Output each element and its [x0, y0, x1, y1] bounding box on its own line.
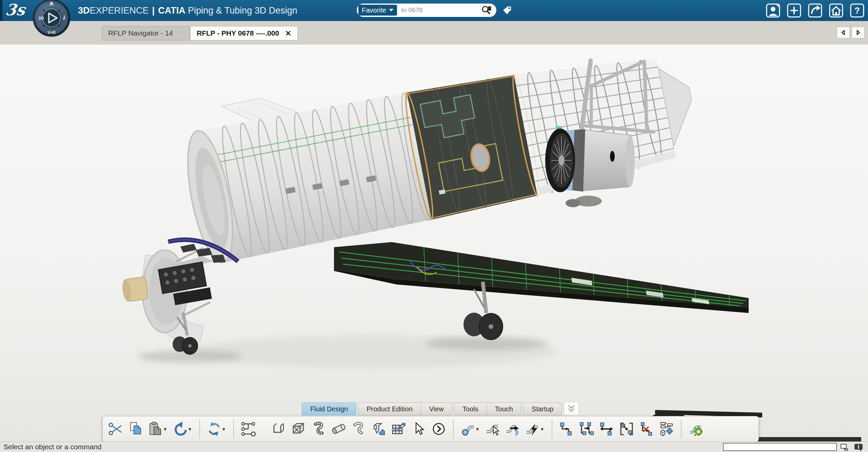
undo-icon: [172, 421, 189, 437]
help-button[interactable]: ?: [850, 3, 865, 18]
flexible-pipe-button[interactable]: [310, 419, 328, 439]
search-bar[interactable]: Favorite In 0678: [357, 3, 496, 17]
paste-button[interactable]: [147, 419, 169, 439]
copy-button[interactable]: [127, 419, 144, 439]
undo-button[interactable]: [172, 419, 194, 439]
catalog-browser-button[interactable]: [390, 419, 408, 439]
ribbon-tab-view[interactable]: View: [421, 402, 452, 415]
tab-rflp-phy-0678[interactable]: RFLP - PHY 0678 ----.000: [190, 26, 298, 40]
remove-branch-button[interactable]: [638, 419, 655, 439]
build-3d-icon: [658, 421, 675, 437]
compass-west-label[interactable]: 3D: [38, 16, 44, 21]
close-icon[interactable]: [285, 30, 291, 36]
connect-branch-button[interactable]: [578, 419, 595, 439]
toolbar-separator: [233, 419, 234, 438]
3ds-logo[interactable]: 3s: [4, 1, 26, 19]
share-button[interactable]: [808, 3, 823, 18]
info-bubble-icon[interactable]: [854, 443, 863, 451]
dropdown-arrow[interactable]: [189, 426, 193, 432]
right-wing: [334, 242, 749, 313]
select-button[interactable]: [410, 419, 428, 439]
toolbar-separator: [681, 419, 682, 438]
more-commands-icon: [431, 421, 447, 437]
route-transfer-button[interactable]: [504, 419, 521, 439]
toolbar-separator: [453, 419, 454, 438]
remove-branch-icon: [638, 421, 655, 437]
flexible-pipe-icon: [311, 421, 327, 437]
ribbon-collapse-button[interactable]: [564, 402, 579, 415]
add-button[interactable]: [787, 3, 802, 18]
profile-button[interactable]: [766, 3, 781, 18]
route-select-button[interactable]: [484, 419, 501, 439]
title-divider: |: [152, 5, 155, 16]
tab-scroll-left-button[interactable]: [837, 27, 850, 38]
window-icon[interactable]: [840, 443, 849, 451]
svg-text:?: ?: [854, 5, 860, 16]
ribbon-tab-touch[interactable]: Touch: [487, 402, 521, 415]
piping-options-button[interactable]: [687, 419, 705, 439]
ribbon-tab-bar: Fluid Design Product Edition View Tools …: [302, 402, 579, 415]
power-input-field[interactable]: [723, 443, 837, 451]
scissors-icon: [107, 421, 124, 437]
build-3d-button[interactable]: [658, 419, 675, 439]
logical-flow-button[interactable]: [239, 419, 257, 439]
magnifier-database-icon[interactable]: [481, 5, 492, 16]
duct-icon: [291, 421, 307, 437]
toolbar-separator: [199, 419, 200, 438]
nose-equipment: [121, 240, 238, 342]
dropdown-arrow[interactable]: [164, 426, 169, 432]
update-button[interactable]: [205, 419, 228, 439]
top-bar: 3s 3DEXPERIENCE|CATIA Piping & Tubing 3D…: [0, 0, 868, 21]
product-name: CATIA: [158, 5, 185, 16]
brand-light: EXPERIENCE: [90, 5, 149, 16]
question-icon: ?: [850, 3, 865, 18]
document-tab-strip: RFLP Navigator - 14 RFLP - PHY 0678 ----…: [0, 21, 868, 44]
tab-scroll-right-button[interactable]: [852, 27, 865, 38]
frame-branch-button[interactable]: [618, 419, 635, 439]
compass-south-label[interactable]: V+R: [47, 30, 56, 35]
rigid-pipe-button[interactable]: [330, 419, 348, 439]
insert-branch-button[interactable]: [558, 419, 575, 439]
home-button[interactable]: [829, 3, 844, 18]
dropdown-arrow[interactable]: [222, 426, 227, 432]
app-name: Piping & Tubing 3D Design: [188, 5, 297, 16]
route-run-button[interactable]: [459, 419, 481, 439]
search-scope-label: Favorite: [362, 6, 386, 14]
search-input[interactable]: In 0678: [401, 6, 481, 14]
route-quick-icon: [525, 421, 541, 437]
tag-icon[interactable]: [501, 5, 513, 16]
toolbar-separator: [552, 419, 552, 438]
left-edge-strip: [0, 0, 2, 21]
ribbon-tab-tools[interactable]: Tools: [454, 402, 487, 415]
ribbon-tab-product-edition[interactable]: Product Edition: [358, 402, 421, 415]
dropdown-arrow[interactable]: [476, 426, 481, 432]
cut-button[interactable]: [107, 419, 124, 439]
3dexperience-compass[interactable]: 3D i V+R: [33, 0, 71, 37]
tab-rflp-navigator[interactable]: RFLP Navigator - 14: [102, 26, 190, 40]
ribbon-tab-startup[interactable]: Startup: [523, 402, 562, 415]
status-message: Select an object or a command: [3, 442, 102, 452]
triangle-left-icon: [841, 30, 846, 35]
ribbon-tab-fluid-design[interactable]: Fluid Design: [302, 402, 356, 415]
search-scope-dropdown[interactable]: Favorite: [358, 5, 397, 16]
3d-viewport[interactable]: [0, 44, 868, 452]
brand-bold: 3D: [78, 5, 90, 16]
route-quick-button[interactable]: [524, 419, 546, 439]
home-icon: [829, 3, 844, 18]
triangle-right-icon: [855, 30, 861, 35]
copy-icon: [127, 421, 144, 437]
raceway-button[interactable]: [270, 419, 288, 439]
piping-options-icon: [688, 421, 704, 437]
place-component-button[interactable]: [370, 419, 388, 439]
flexible-tube-button[interactable]: [350, 419, 368, 439]
duct-button[interactable]: [290, 419, 308, 439]
dropdown-arrow[interactable]: [541, 426, 546, 432]
cursor-icon: [411, 421, 427, 437]
more-commands-button[interactable]: [430, 419, 448, 439]
tab-label: RFLP - PHY 0678 ----.000: [197, 29, 279, 37]
swap-branch-button[interactable]: [598, 419, 615, 439]
aircraft-model: [0, 44, 868, 452]
insert-branch-icon: [558, 421, 575, 437]
route-transfer-icon: [505, 421, 521, 437]
status-bar: Select an object or a command: [0, 441, 868, 452]
